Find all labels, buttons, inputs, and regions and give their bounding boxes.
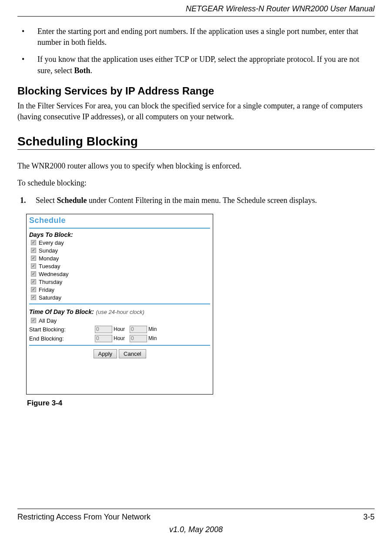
bullet-text: If you know that the application uses ei… bbox=[37, 54, 375, 76]
divider bbox=[29, 304, 210, 304]
checkbox-thursday[interactable] bbox=[31, 279, 36, 284]
end-blocking-row: End Blocking: Hour Min bbox=[29, 335, 210, 342]
end-min-input[interactable] bbox=[130, 335, 147, 342]
time-of-day-label: Time Of Day To Block: bbox=[29, 308, 94, 315]
step-text: Select Schedule under Content Filtering … bbox=[36, 195, 317, 206]
day-row-sunday: Sunday bbox=[31, 247, 210, 254]
checkbox-sunday[interactable] bbox=[31, 248, 36, 253]
end-hour-input[interactable] bbox=[95, 335, 112, 342]
paragraph: To schedule blocking: bbox=[17, 178, 375, 189]
step-list: 1. Select Schedule under Content Filteri… bbox=[17, 195, 375, 206]
time-note: (use 24-hour clock) bbox=[96, 309, 144, 315]
footer-page-number: 3-5 bbox=[363, 513, 375, 522]
day-row-thursday: Thursday bbox=[31, 279, 210, 285]
bullet-text: Enter the starting port and ending port … bbox=[37, 26, 375, 48]
cancel-button[interactable]: Cancel bbox=[119, 349, 146, 358]
checkbox-friday[interactable] bbox=[31, 287, 36, 292]
checkbox-allday[interactable] bbox=[31, 318, 36, 323]
heading-divider bbox=[17, 149, 375, 150]
start-blocking-row: Start Blocking: Hour Min bbox=[29, 326, 210, 333]
footer-section: Restricting Access From Your Network bbox=[17, 513, 151, 522]
checkbox-wednesday[interactable] bbox=[31, 271, 36, 277]
day-label: Monday bbox=[39, 255, 59, 262]
start-min-input[interactable] bbox=[130, 326, 147, 333]
min-unit: Min bbox=[148, 326, 157, 332]
page-footer: Restricting Access From Your Network 3-5… bbox=[17, 509, 375, 534]
footer-version: v1.0, May 2008 bbox=[17, 525, 375, 534]
step-text-part: Select bbox=[36, 196, 57, 205]
day-row-wednesday: Wednesday bbox=[31, 271, 210, 277]
day-row-everyday: Every day bbox=[31, 239, 210, 246]
heading-ip-range: Blocking Services by IP Address Range bbox=[17, 85, 375, 97]
bullet-item: • Enter the starting port and ending por… bbox=[17, 26, 375, 48]
day-label: Thursday bbox=[39, 279, 62, 285]
day-row-monday: Monday bbox=[31, 255, 210, 262]
days-to-block-label: Days To Block: bbox=[29, 231, 210, 238]
divider bbox=[29, 345, 210, 346]
day-label: Tuesday bbox=[39, 263, 60, 270]
start-blocking-label: Start Blocking: bbox=[29, 326, 94, 333]
paragraph: The WNR2000 router allows you to specify… bbox=[17, 161, 375, 172]
divider bbox=[29, 228, 210, 229]
hour-unit: Hour bbox=[114, 335, 125, 341]
all-day-label: All Day bbox=[39, 317, 57, 324]
bullet-list: • Enter the starting port and ending por… bbox=[17, 26, 375, 76]
start-hour-input[interactable] bbox=[95, 326, 112, 333]
step-bold: Schedule bbox=[57, 196, 87, 205]
bullet-item: • If you know that the application uses … bbox=[17, 54, 375, 76]
schedule-panel-title: Schedule bbox=[29, 216, 210, 225]
day-label: Sunday bbox=[39, 247, 58, 254]
end-blocking-label: End Blocking: bbox=[29, 335, 94, 342]
day-label: Friday bbox=[39, 287, 54, 293]
figure-caption: Figure 3-4 bbox=[27, 399, 375, 408]
paragraph: In the Filter Services For area, you can… bbox=[17, 101, 375, 122]
checkbox-tuesday[interactable] bbox=[31, 263, 36, 269]
hour-unit: Hour bbox=[114, 326, 125, 332]
heading-scheduling: Scheduling Blocking bbox=[17, 135, 375, 148]
step-number: 1. bbox=[17, 195, 36, 206]
step-text-part: under Content Filtering in the main menu… bbox=[87, 196, 317, 205]
header-divider bbox=[17, 16, 375, 17]
min-unit: Min bbox=[148, 335, 157, 341]
day-row-friday: Friday bbox=[31, 287, 210, 293]
bullet-marker: • bbox=[17, 26, 37, 48]
time-section-header: Time Of Day To Block: (use 24-hour clock… bbox=[29, 307, 210, 316]
document-title: NETGEAR Wireless-N Router WNR2000 User M… bbox=[17, 4, 375, 13]
step-item: 1. Select Schedule under Content Filteri… bbox=[17, 195, 375, 206]
button-row: Apply Cancel bbox=[29, 349, 210, 358]
apply-button[interactable]: Apply bbox=[94, 349, 117, 358]
all-day-row: All Day bbox=[31, 317, 210, 324]
footer-divider bbox=[17, 509, 375, 509]
bullet-marker: • bbox=[17, 54, 37, 76]
checkbox-saturday[interactable] bbox=[31, 295, 36, 300]
day-row-tuesday: Tuesday bbox=[31, 263, 210, 270]
bullet-tail: . bbox=[90, 66, 92, 75]
bullet-bold: Both bbox=[74, 66, 90, 75]
checkbox-monday[interactable] bbox=[31, 256, 36, 261]
day-label: Saturday bbox=[39, 294, 61, 301]
schedule-screenshot: Schedule Days To Block: Every day Sunday… bbox=[26, 214, 213, 395]
checkbox-everyday[interactable] bbox=[31, 240, 36, 245]
day-label: Wednesday bbox=[39, 271, 68, 277]
day-label: Every day bbox=[39, 239, 64, 246]
day-row-saturday: Saturday bbox=[31, 294, 210, 301]
